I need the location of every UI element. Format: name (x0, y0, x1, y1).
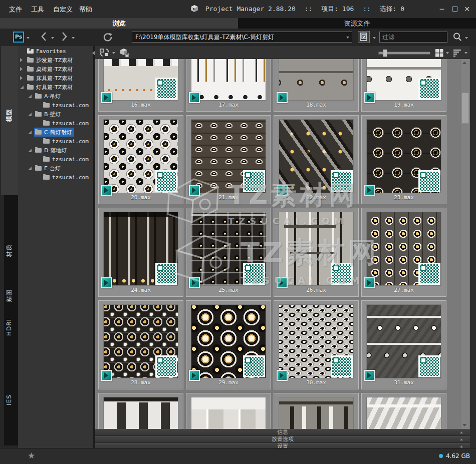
asset-tile-18.max[interactable]: 18.max (274, 59, 359, 112)
expanded-arrow-icon[interactable] (28, 95, 34, 98)
tree-item-E-台灯[interactable]: E-台灯 (18, 164, 93, 173)
asset-tile-24.max[interactable]: 24.max (98, 208, 183, 297)
merge-model-button[interactable] (119, 48, 130, 58)
asset-tile-27.max[interactable]: 27.max (361, 208, 446, 297)
refresh-button[interactable] (103, 32, 113, 42)
tree-item-tzsucai.com[interactable]: tzsucai.com (18, 101, 93, 110)
side-tab-IES[interactable]: IES (6, 391, 13, 409)
path-combobox[interactable]: F:\2019单体模型库收集\灯具篇-TZ素材\C-筒灯射灯 (132, 32, 352, 43)
tree-item-D-落地灯[interactable]: D-落地灯 (18, 146, 93, 155)
collapsed-arrow-icon[interactable] (20, 67, 26, 71)
vertical-scrollbar[interactable] (460, 59, 469, 429)
ps-dropdown-icon[interactable] (27, 37, 30, 39)
forward-button[interactable] (60, 31, 68, 42)
search-icon[interactable] (452, 32, 462, 42)
tab-browse[interactable]: 浏览 (0, 18, 238, 29)
side-tab-材质[interactable]: 材质 (5, 242, 14, 260)
menu-2[interactable]: 工具 (31, 5, 44, 14)
tree-item-桌椅篇-TZ素材[interactable]: 桌椅篇-TZ素材 (18, 65, 93, 74)
view-dropdown-icon[interactable] (446, 52, 449, 54)
asset-tile-23.max[interactable]: 23.max (361, 115, 446, 204)
asset-thumbnail (104, 59, 178, 100)
asset-tile-19.max[interactable]: 19.max (361, 59, 446, 112)
close-button[interactable]: ✕ (462, 4, 472, 14)
asset-tile-row5-3[interactable] (274, 393, 359, 429)
expanded-arrow-icon[interactable] (20, 86, 26, 89)
asset-tile-21.max[interactable]: 21.max (186, 115, 271, 204)
tab-asset-files[interactable]: 资源文件 (238, 18, 476, 29)
collapse-arrow-icon[interactable] (460, 445, 463, 447)
tree-item-沙发篇-TZ素材[interactable]: 沙发篇-TZ素材 (18, 56, 93, 65)
tree-item-床具篇-TZ素材[interactable]: 床具篇-TZ素材 (18, 74, 93, 83)
collapsed-arrow-icon[interactable] (20, 76, 26, 80)
rollout-panels: 信息放置选项设置 (95, 429, 470, 448)
tree-item-Favorites[interactable]: Favorites (18, 47, 93, 56)
asset-thumbnail (367, 59, 441, 100)
asset-tile-30.max[interactable]: 30.max (274, 300, 359, 389)
tree-item-tzsucai.com[interactable]: tzsucai.com (18, 119, 93, 128)
sort-button[interactable] (453, 49, 462, 57)
tree-item-tzsucai.com[interactable]: tzsucai.com (18, 155, 93, 164)
expanded-arrow-icon[interactable] (28, 131, 34, 134)
asset-tile-20.max[interactable]: 20.max (98, 115, 183, 204)
side-tab-贴图[interactable]: 贴图 (5, 287, 14, 305)
asset-filename: 26.max (274, 287, 358, 295)
expanded-arrow-icon[interactable] (28, 167, 34, 170)
maximize-button[interactable]: ☐ (450, 4, 460, 14)
tree-item-C-筒灯射灯[interactable]: C-筒灯射灯 (18, 128, 93, 137)
rollout-信息[interactable]: 信息 (95, 429, 470, 436)
collapse-arrow-icon[interactable] (460, 431, 463, 433)
favorite-star-icon[interactable]: ★ (28, 450, 35, 460)
collapse-tree-icon[interactable] (92, 51, 95, 55)
scroll-up-icon[interactable] (460, 59, 469, 67)
minimize-button[interactable]: ─ (437, 4, 447, 14)
tree-item-A-吊灯[interactable]: A-吊灯 (18, 92, 93, 101)
menu-3[interactable]: 自定义 (53, 5, 73, 14)
grid-view-button[interactable] (435, 49, 443, 57)
asset-tile-22.max[interactable]: 22.max (274, 115, 359, 204)
menu-1[interactable]: 文件 (9, 5, 22, 14)
asset-filename: 23.max (362, 194, 446, 202)
menu-4[interactable]: 帮助 (79, 5, 92, 14)
slider-handle[interactable] (383, 49, 387, 57)
collapse-arrow-icon[interactable] (460, 438, 463, 440)
expanded-arrow-icon[interactable] (28, 149, 34, 152)
preview-layers-button[interactable] (358, 31, 370, 43)
asset-thumbnail (191, 212, 266, 285)
sort-dropdown-icon[interactable] (464, 52, 467, 54)
asset-tile-25.max[interactable]: 25.max (186, 208, 271, 297)
asset-tile-31.max[interactable]: 31.max (361, 300, 446, 389)
tree-item-label: 灯具篇-TZ素材 (36, 84, 73, 91)
asset-tile-row5-2[interactable] (186, 393, 271, 429)
tree-item-B-壁灯[interactable]: B-壁灯 (18, 110, 93, 119)
side-tab-模型[interactable]: 模型 (5, 107, 14, 125)
scroll-down-icon[interactable] (460, 421, 469, 429)
rollout-放置选项[interactable]: 放置选项 (95, 436, 470, 443)
asset-tile-row5-1[interactable] (98, 393, 183, 429)
tree-item-tzsucai.com[interactable]: tzsucai.com (18, 173, 93, 182)
asset-tile-16.max[interactable]: 16.max (98, 59, 183, 112)
layers-dropdown-icon[interactable] (373, 37, 376, 39)
sync-models-button[interactable] (99, 48, 110, 58)
back-button[interactable] (40, 31, 48, 42)
back-dropdown-icon[interactable] (51, 37, 54, 39)
asset-tile-29.max[interactable]: 29.max (186, 300, 271, 389)
content-toolbar (95, 46, 470, 59)
asset-tile-row5-4[interactable] (361, 393, 446, 429)
sync-dropdown-icon[interactable] (112, 52, 115, 54)
asset-tile-17.max[interactable]: 17.max (186, 59, 271, 112)
asset-tile-26.max[interactable]: 26.max (274, 208, 359, 297)
path-dropdown-icon[interactable] (346, 37, 349, 39)
scrollbar-thumb[interactable] (461, 93, 469, 124)
tree-item-tzsucai.com[interactable]: tzsucai.com (18, 137, 93, 146)
search-dropdown-icon[interactable] (465, 37, 468, 39)
collapsed-arrow-icon[interactable] (20, 58, 26, 62)
forward-dropdown-icon[interactable] (72, 37, 75, 39)
asset-tile-28.max[interactable]: 28.max (98, 300, 183, 389)
expanded-arrow-icon[interactable] (28, 113, 34, 116)
side-tab-HDRI[interactable]: HDRI (6, 318, 13, 336)
filter-input[interactable] (379, 32, 447, 43)
tree-item-灯具篇-TZ素材[interactable]: 灯具篇-TZ素材 (18, 83, 93, 92)
thumbnail-size-slider[interactable] (378, 52, 430, 55)
photoshop-badge-button[interactable]: Ps (13, 32, 24, 43)
